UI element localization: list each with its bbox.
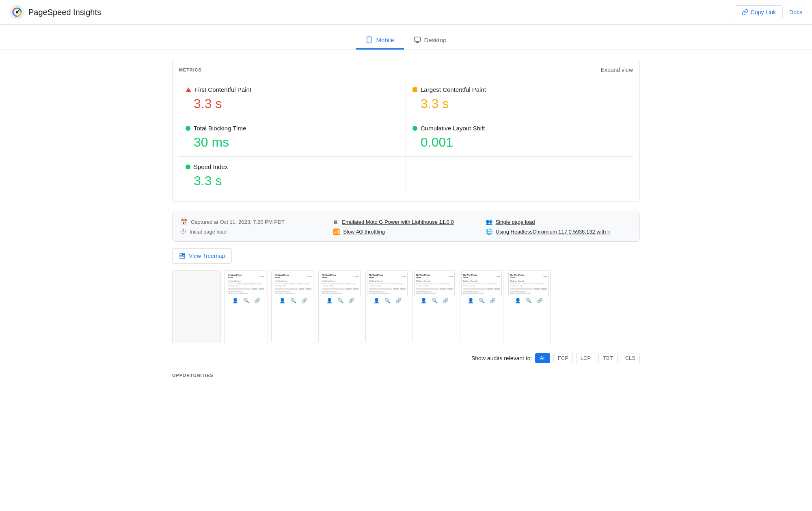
app-title: PageSpeed Insights bbox=[28, 8, 101, 17]
metrics-grid: First Contentful Paint 3.3 s Largest Con… bbox=[179, 80, 633, 195]
link-small-icon-5: 🔗 bbox=[443, 298, 449, 303]
filter-fcp-button[interactable]: FCP bbox=[553, 353, 573, 363]
logo-group: PageSpeed Insights bbox=[10, 5, 101, 19]
svg-rect-9 bbox=[183, 253, 185, 255]
filmstrip-frame-2[interactable]: My WordPressstore ≡ Nav Nothing Found It… bbox=[271, 270, 315, 343]
treemap-icon bbox=[179, 253, 186, 259]
desktop-icon bbox=[414, 36, 421, 43]
info-single-page: 👥 Single page load bbox=[486, 219, 631, 225]
cls-value: 0.001 bbox=[412, 135, 626, 150]
globe-icon: 🌐 bbox=[486, 228, 492, 235]
screenshot-mini-5: My WordPressstore ≡ Nav Nothing Found It… bbox=[414, 272, 455, 296]
fcp-label: First Contentful Paint bbox=[194, 86, 251, 93]
svg-rect-8 bbox=[180, 253, 182, 256]
filmstrip-frame-3[interactable]: My WordPressstore ≡ Nav Nothing Found It… bbox=[318, 270, 362, 343]
show-audits-row: Show audits relevant to: All FCP LCP TBT… bbox=[172, 353, 640, 363]
search-icon-6: 🔍 bbox=[479, 298, 485, 303]
person-icon-3: 👤 bbox=[326, 298, 333, 303]
filter-lcp-button[interactable]: LCP bbox=[576, 353, 595, 363]
tab-desktop-label: Desktop bbox=[424, 37, 447, 43]
screenshot-mini: My WordPressstore ≡ Nav Nothing Found It… bbox=[226, 272, 266, 296]
info-single-page-link[interactable]: Single page load bbox=[496, 219, 535, 225]
search-icon-4: 🔍 bbox=[384, 298, 391, 303]
clock-icon: ⏱ bbox=[181, 228, 186, 235]
filter-all-button[interactable]: All bbox=[535, 353, 550, 363]
view-treemap-button[interactable]: View Treemap bbox=[172, 248, 232, 264]
filmstrip-frame-1[interactable]: My WordPressstore ≡ Nav Nothing Found It… bbox=[224, 270, 268, 343]
person-icon-4: 👤 bbox=[374, 298, 380, 303]
filmstrip: My WordPressstore ≡ Nav Nothing Found It… bbox=[172, 270, 640, 346]
metric-lcp-name-row: Largest Contentful Paint bbox=[412, 86, 626, 93]
metric-lcp: Largest Contentful Paint 3.3 s bbox=[406, 80, 633, 118]
expand-view-button[interactable]: Expand view bbox=[601, 67, 633, 73]
link-small-icon: 🔗 bbox=[254, 298, 260, 303]
link-small-icon-2: 🔗 bbox=[301, 298, 307, 303]
info-throttling: 📶 Slow 4G throttling bbox=[333, 228, 479, 235]
search-icon-2: 🔍 bbox=[290, 298, 296, 303]
filter-cls-button[interactable]: CLS bbox=[621, 353, 640, 363]
si-indicator-icon bbox=[186, 165, 190, 169]
filmstrip-frame-4[interactable]: My WordPressstore ≡ Nav Nothing Found It… bbox=[365, 270, 409, 343]
filmstrip-frame-7[interactable]: My WordPressstore ≡ Nav Nothing Found It… bbox=[507, 270, 551, 343]
opportunities-section-label: OPPORTUNITIES bbox=[172, 373, 640, 378]
person-icon-6: 👤 bbox=[468, 298, 474, 303]
person-icon-2: 👤 bbox=[279, 298, 285, 303]
tab-mobile[interactable]: Mobile bbox=[356, 31, 404, 50]
tab-mobile-label: Mobile bbox=[376, 37, 394, 43]
filmstrip-frame-empty bbox=[172, 270, 221, 343]
svg-rect-3 bbox=[367, 37, 371, 43]
info-captured-text: Captured at Oct 11, 2023, 7:20 PM PDT bbox=[191, 219, 285, 225]
link-small-icon-6: 🔗 bbox=[490, 298, 496, 303]
metric-si-name-row: Speed Index bbox=[186, 163, 399, 170]
filter-tbt-button[interactable]: TBT bbox=[598, 353, 618, 363]
metric-fcp: First Contentful Paint 3.3 s bbox=[179, 80, 406, 118]
metric-cls-name-row: Cumulative Layout Shift bbox=[412, 125, 626, 132]
metric-tbt: Total Blocking Time 30 ms bbox=[179, 118, 406, 157]
tabs-container: Mobile Desktop bbox=[0, 25, 812, 50]
search-icon-3: 🔍 bbox=[337, 298, 343, 303]
docs-link[interactable]: Docs bbox=[789, 9, 802, 15]
tbt-label: Total Blocking Time bbox=[194, 125, 246, 132]
copy-link-button[interactable]: Copy Link bbox=[735, 5, 783, 19]
svg-rect-5 bbox=[414, 37, 420, 41]
metrics-header: METRICS Expand view bbox=[179, 67, 633, 73]
wifi-icon: 📶 bbox=[333, 228, 340, 235]
header-actions: Copy Link Docs bbox=[735, 5, 802, 19]
info-initial-load-text: Initial page load bbox=[190, 229, 227, 235]
info-chromium: 🌐 Using HeadlessChromium 117.0.5938.132 … bbox=[486, 228, 631, 235]
screenshot-mini-2: My WordPressstore ≡ Nav Nothing Found It… bbox=[273, 272, 313, 296]
svg-rect-11 bbox=[180, 256, 185, 258]
metric-si: Speed Index 3.3 s bbox=[179, 157, 406, 195]
users-icon: 👥 bbox=[486, 219, 492, 225]
link-icon bbox=[742, 9, 748, 15]
lcp-indicator-icon bbox=[412, 87, 417, 92]
info-emulated-link[interactable]: Emulated Moto G Power with Lighthouse 11… bbox=[342, 219, 454, 225]
search-icon-7: 🔍 bbox=[526, 298, 532, 303]
metric-empty bbox=[406, 157, 633, 195]
treemap-btn-label: View Treemap bbox=[189, 253, 225, 259]
tbt-value: 30 ms bbox=[186, 135, 399, 150]
info-chromium-link[interactable]: Using HeadlessChromium 117.0.5938.132 wi… bbox=[496, 229, 611, 235]
cls-label: Cumulative Layout Shift bbox=[421, 125, 485, 132]
header: PageSpeed Insights Copy Link Docs bbox=[0, 0, 812, 25]
screenshot-mini-4: My WordPressstore ≡ Nav Nothing Found It… bbox=[367, 272, 408, 296]
info-throttling-link[interactable]: Slow 4G throttling bbox=[343, 229, 385, 235]
search-icon-5: 🔍 bbox=[432, 298, 438, 303]
fcp-value: 3.3 s bbox=[186, 96, 399, 111]
metric-tbt-name-row: Total Blocking Time bbox=[186, 125, 399, 132]
mobile-icon bbox=[365, 36, 373, 43]
monitor-icon: 🖥 bbox=[333, 219, 339, 225]
info-emulated: 🖥 Emulated Moto G Power with Lighthouse … bbox=[333, 219, 479, 225]
link-small-icon-7: 🔗 bbox=[537, 298, 543, 303]
cls-indicator-icon bbox=[412, 126, 417, 131]
fcp-indicator-icon bbox=[186, 87, 191, 92]
tab-desktop[interactable]: Desktop bbox=[404, 31, 456, 50]
link-small-icon-4: 🔗 bbox=[395, 298, 402, 303]
info-initial-load: ⏱ Initial page load bbox=[181, 228, 326, 235]
filmstrip-frame-6[interactable]: My WordPressstore ≡ Nav Nothing Found It… bbox=[460, 270, 503, 343]
psi-logo-icon bbox=[10, 5, 24, 19]
lcp-label: Largest Contentful Paint bbox=[421, 86, 486, 93]
filmstrip-frame-5[interactable]: My WordPressstore ≡ Nav Nothing Found It… bbox=[412, 270, 456, 343]
metrics-label: METRICS bbox=[179, 67, 202, 72]
person-icon: 👤 bbox=[232, 298, 238, 303]
